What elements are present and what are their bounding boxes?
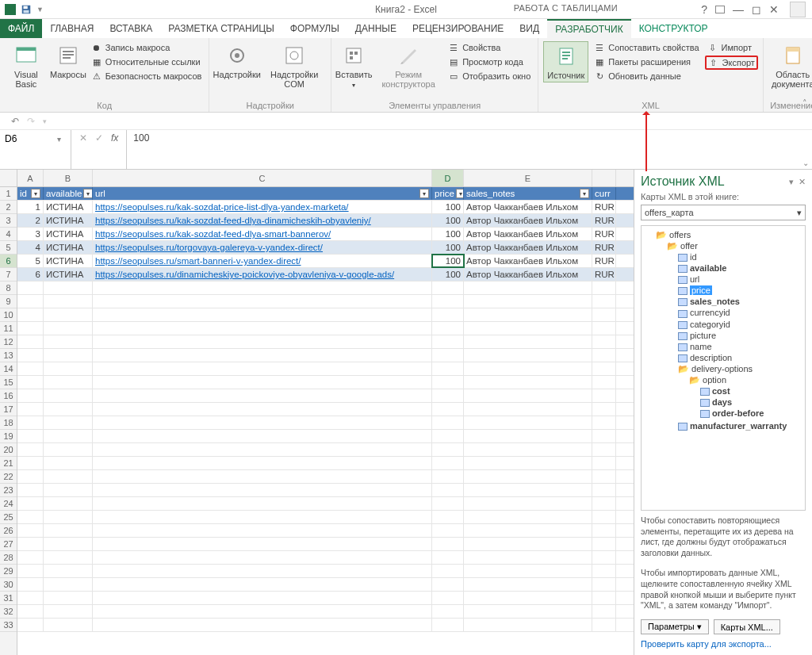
cell[interactable]: ИСТИНА	[44, 201, 93, 213]
qat-dropdown-icon[interactable]: ▼	[36, 6, 44, 13]
cell[interactable]	[93, 430, 432, 442]
tab-data[interactable]: ДАННЫЕ	[347, 19, 404, 38]
row-header[interactable]: 11	[0, 322, 17, 335]
cell[interactable]	[464, 295, 592, 308]
cell[interactable]	[93, 497, 432, 510]
cell[interactable]	[93, 362, 432, 375]
cell[interactable]	[93, 484, 432, 496]
cell[interactable]	[432, 484, 464, 496]
cell[interactable]: https://seopulses.ru/kak-sozdat-price-li…	[93, 201, 432, 213]
cell[interactable]	[44, 295, 93, 308]
cell[interactable]	[464, 282, 592, 294]
cell[interactable]	[17, 605, 44, 618]
cell[interactable]	[17, 484, 44, 496]
cell[interactable]	[17, 389, 44, 402]
redo-icon[interactable]: ↷	[27, 116, 35, 127]
cell[interactable]	[17, 565, 44, 577]
cell[interactable]	[93, 538, 432, 550]
cell[interactable]	[592, 308, 616, 321]
view-code-button[interactable]: ▤Просмотр кода	[446, 56, 533, 68]
minimize-icon[interactable]: —	[733, 3, 744, 16]
cell[interactable]: RUR	[592, 268, 616, 281]
row-header[interactable]: 25	[0, 511, 17, 524]
cell[interactable]	[432, 497, 464, 510]
select-all-cell[interactable]	[0, 170, 17, 187]
cell[interactable]	[432, 282, 464, 294]
cell[interactable]	[17, 578, 44, 591]
maximize-icon[interactable]: ◻	[752, 3, 761, 16]
row-header[interactable]: 20	[0, 443, 17, 457]
cell[interactable]	[592, 470, 616, 483]
cell[interactable]	[464, 551, 592, 564]
row-header[interactable]: 19	[0, 430, 17, 443]
name-box-dropdown-icon[interactable]: ▾	[57, 132, 61, 144]
cell[interactable]	[17, 322, 44, 335]
xml-options-button[interactable]: Параметры ▾	[641, 619, 709, 634]
cell[interactable]	[44, 592, 93, 604]
record-macro-button[interactable]: ⏺Запись макроса	[89, 41, 205, 54]
col-header-e[interactable]: E	[464, 170, 592, 186]
row-header[interactable]: 10	[0, 308, 17, 322]
expand-formula-icon[interactable]: ⌄	[802, 159, 809, 167]
cell[interactable]	[17, 376, 44, 389]
cell[interactable]	[17, 538, 44, 550]
cell[interactable]	[44, 362, 93, 375]
name-box-input[interactable]	[5, 132, 54, 144]
cell[interactable]	[93, 457, 432, 469]
row-header[interactable]: 30	[0, 578, 17, 592]
close-icon[interactable]: ✕	[769, 3, 779, 16]
cell[interactable]	[93, 511, 432, 523]
addins-button[interactable]: Надстройки	[214, 41, 259, 81]
cell[interactable]: 100	[432, 228, 464, 240]
cell[interactable]	[44, 511, 93, 523]
cell[interactable]	[432, 592, 464, 604]
cell[interactable]	[432, 605, 464, 618]
cell[interactable]	[93, 524, 432, 537]
cell[interactable]	[592, 605, 616, 618]
cell[interactable]	[464, 605, 592, 618]
cell[interactable]	[44, 619, 93, 631]
cell[interactable]	[464, 443, 592, 456]
insert-control-button[interactable]: Вставить▾	[336, 41, 371, 91]
table-header[interactable]: curr	[592, 187, 616, 200]
tree-leaf[interactable]: sales_notes	[678, 296, 802, 307]
row-header[interactable]: 2	[0, 201, 17, 214]
tab-formulas[interactable]: ФОРМУЛЫ	[282, 19, 347, 38]
tree-leaf[interactable]: order-before	[700, 408, 802, 419]
tree-node-offers[interactable]: offers offer idavailableurlpricesales_no…	[656, 229, 802, 433]
cell[interactable]	[432, 578, 464, 591]
row-header[interactable]: 14	[0, 362, 17, 376]
table-header[interactable]: price▾	[432, 187, 464, 200]
row-header[interactable]: 18	[0, 416, 17, 430]
row-header[interactable]: 8	[0, 282, 17, 295]
visual-basic-button[interactable]: Visual Basic	[5, 41, 48, 90]
cell[interactable]	[93, 376, 432, 389]
cell[interactable]: ИСТИНА	[44, 214, 93, 227]
xml-source-button[interactable]: Источник	[543, 41, 588, 82]
table-header[interactable]: url▾	[93, 187, 432, 200]
cell[interactable]	[464, 322, 592, 335]
cell[interactable]	[592, 282, 616, 294]
col-header-c[interactable]: C	[93, 170, 432, 186]
cell[interactable]	[432, 335, 464, 348]
cell[interactable]	[17, 416, 44, 429]
cell[interactable]: 100	[432, 241, 464, 254]
cell[interactable]	[592, 362, 616, 375]
cell[interactable]	[464, 484, 592, 496]
cell[interactable]	[592, 538, 616, 550]
worksheet-grid[interactable]: 1234567891011121314151617181920212223242…	[0, 170, 634, 655]
xml-map-properties-button[interactable]: ☰Сопоставить свойства	[592, 41, 701, 54]
cell[interactable]	[432, 308, 464, 321]
cell[interactable]	[44, 484, 93, 496]
cell[interactable]: https://seopulses.ru/torgovaya-galereya-…	[93, 241, 432, 254]
cell[interactable]	[432, 565, 464, 577]
cell[interactable]: Автор Чакканбаев Ильхом	[464, 255, 592, 267]
name-box[interactable]: ▾	[0, 130, 71, 169]
collapse-ribbon-icon[interactable]: ˄	[802, 98, 807, 109]
cell[interactable]: https://seopulses.ru/dinamicheskiye-poic…	[93, 268, 432, 281]
cell[interactable]: Автор Чакканбаев Ильхом	[464, 214, 592, 227]
cell[interactable]	[17, 592, 44, 604]
cell[interactable]	[432, 349, 464, 362]
cell[interactable]: 100	[432, 214, 464, 227]
cell[interactable]	[44, 551, 93, 564]
